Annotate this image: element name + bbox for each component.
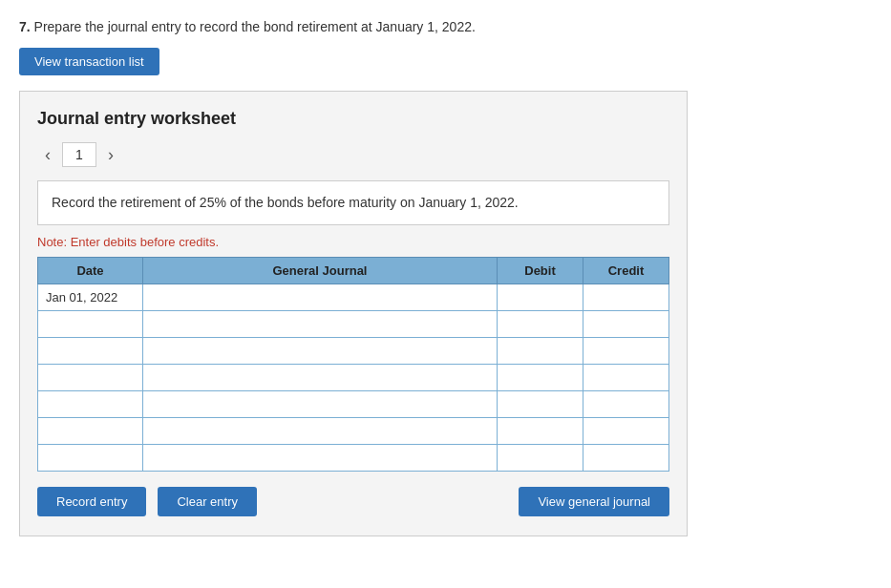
credit-cell [583, 284, 669, 311]
debit-input[interactable] [498, 391, 583, 417]
view-general-journal-button[interactable]: View general journal [519, 487, 669, 516]
date-input[interactable] [38, 338, 142, 364]
date-input[interactable] [38, 418, 142, 444]
journal-input[interactable] [143, 311, 497, 337]
journal-input[interactable] [143, 418, 497, 444]
date-cell [38, 338, 143, 365]
date-cell [38, 365, 143, 391]
debit-cell [498, 418, 583, 445]
journal-cell [143, 445, 498, 472]
debit-cell [498, 338, 583, 365]
date-cell: Jan 01, 2022 [38, 284, 143, 311]
header-debit: Debit [498, 258, 583, 284]
date-cell [38, 445, 143, 472]
debit-input[interactable] [498, 418, 583, 444]
action-buttons: Record entry Clear entry View general jo… [37, 487, 669, 516]
debit-input[interactable] [498, 284, 583, 310]
debit-input[interactable] [498, 338, 583, 364]
table-row [38, 418, 669, 445]
credit-cell [583, 418, 669, 445]
credit-input[interactable] [583, 284, 668, 310]
table-row [38, 338, 669, 365]
clear-entry-button[interactable]: Clear entry [158, 487, 257, 516]
prev-tab-button[interactable]: ‹ [37, 143, 58, 167]
date-cell [38, 311, 143, 338]
table-row: Jan 01, 2022 [38, 284, 669, 311]
journal-input[interactable] [143, 445, 497, 471]
worksheet-container: Journal entry worksheet ‹ 1 › Record the… [19, 91, 688, 536]
credit-input[interactable] [583, 338, 668, 364]
credit-input[interactable] [583, 445, 668, 471]
debit-cell [498, 284, 583, 311]
question-number: 7. [19, 19, 31, 34]
date-input[interactable] [38, 445, 142, 471]
journal-cell [143, 391, 498, 418]
debit-input[interactable] [498, 365, 583, 390]
worksheet-title: Journal entry worksheet [37, 109, 669, 129]
date-cell [38, 418, 143, 445]
journal-cell [143, 284, 498, 311]
debit-cell [498, 391, 583, 418]
debit-input[interactable] [498, 311, 583, 337]
credit-input[interactable] [583, 365, 668, 390]
date-input[interactable] [38, 391, 142, 417]
instruction-text: Record the retirement of 25% of the bond… [52, 195, 519, 210]
current-tab: 1 [62, 142, 96, 167]
journal-table: Date General Journal Debit Credit Jan 01… [37, 257, 669, 472]
credit-cell [583, 391, 669, 418]
journal-cell [143, 338, 498, 365]
record-entry-button[interactable]: Record entry [37, 487, 146, 516]
next-tab-button[interactable]: › [100, 143, 121, 167]
date-input[interactable] [38, 311, 142, 337]
table-row [38, 365, 669, 391]
debit-cell [498, 365, 583, 391]
date-input[interactable] [38, 365, 142, 390]
journal-cell [143, 311, 498, 338]
credit-input[interactable] [583, 418, 668, 444]
journal-cell [143, 365, 498, 391]
date-cell [38, 391, 143, 418]
table-header-row: Date General Journal Debit Credit [38, 258, 669, 284]
debit-cell [498, 445, 583, 472]
table-row [38, 311, 669, 338]
view-transaction-list-button[interactable]: View transaction list [19, 48, 159, 75]
credit-input[interactable] [583, 391, 668, 417]
credit-cell [583, 365, 669, 391]
question-body: Prepare the journal entry to record the … [34, 19, 476, 34]
journal-cell [143, 418, 498, 445]
tab-navigation: ‹ 1 › [37, 142, 669, 167]
debit-cell [498, 311, 583, 338]
journal-input[interactable] [143, 284, 497, 310]
table-row [38, 445, 669, 472]
journal-input[interactable] [143, 365, 497, 390]
question-text: 7. Prepare the journal entry to record t… [19, 19, 872, 34]
table-row [38, 391, 669, 418]
debit-input[interactable] [498, 445, 583, 471]
credit-input[interactable] [583, 311, 668, 337]
header-general-journal: General Journal [143, 258, 498, 284]
header-date: Date [38, 258, 143, 284]
note-text: Note: Enter debits before credits. [37, 235, 669, 249]
credit-cell [583, 311, 669, 338]
journal-input[interactable] [143, 338, 497, 364]
credit-cell [583, 445, 669, 472]
journal-input[interactable] [143, 391, 497, 417]
header-credit: Credit [583, 258, 669, 284]
credit-cell [583, 338, 669, 365]
instruction-box: Record the retirement of 25% of the bond… [37, 180, 669, 225]
